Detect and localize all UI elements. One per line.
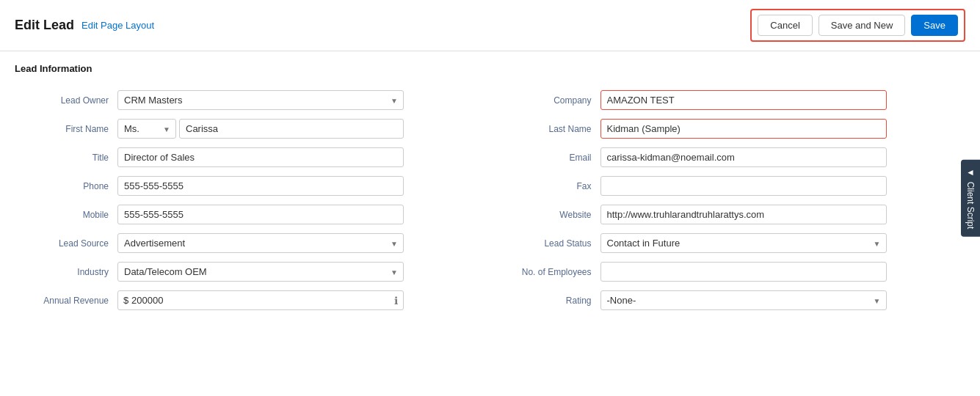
industry-select[interactable]: Data/Telecom OEM Technology Finance	[117, 262, 404, 282]
first-name-input-wrapper	[179, 119, 404, 139]
header-left: Edit Lead Edit Page Layout	[15, 18, 154, 33]
annual-revenue-row: Annual Revenue $ ℹ	[15, 286, 468, 315]
num-employees-row: No. of Employees	[498, 257, 966, 286]
company-label: Company	[498, 95, 600, 106]
annual-revenue-input[interactable]	[117, 290, 404, 310]
client-script-label: Client Script	[965, 182, 976, 230]
title-field	[117, 147, 404, 167]
last-name-input[interactable]	[600, 119, 887, 139]
title-label: Title	[15, 153, 117, 163]
industry-select-wrapper: Data/Telecom OEM Technology Finance ▼	[117, 262, 404, 282]
industry-field: Data/Telecom OEM Technology Finance ▼	[117, 262, 404, 282]
lead-owner-field: CRM Masters ▼	[117, 90, 404, 110]
left-column: Lead Owner CRM Masters ▼ First Name	[15, 86, 490, 315]
lead-source-label: Lead Source	[15, 238, 117, 249]
lead-status-field: Contact in Future Open - Not Contacted W…	[600, 233, 887, 253]
mobile-input[interactable]	[117, 205, 404, 224]
mobile-row: Mobile	[15, 200, 468, 229]
first-name-group: Ms. Mr. Mrs. Dr. Prof. ▼	[117, 119, 404, 139]
lead-source-select-wrapper: Advertisement Web Phone Inquiry ▼	[117, 233, 404, 253]
fax-field	[600, 176, 887, 196]
page-header: Edit Lead Edit Page Layout Cancel Save a…	[0, 0, 980, 51]
website-input[interactable]	[600, 205, 887, 224]
rating-field: -None- Hot Warm Cold ▼	[600, 290, 887, 310]
lead-status-select-wrapper: Contact in Future Open - Not Contacted W…	[600, 233, 887, 253]
mobile-label: Mobile	[15, 210, 117, 220]
fax-label: Fax	[498, 181, 600, 191]
lead-owner-label: Lead Owner	[15, 95, 117, 106]
email-field	[600, 147, 887, 167]
lead-status-row: Lead Status Contact in Future Open - Not…	[498, 229, 966, 257]
website-row: Website	[498, 200, 966, 229]
right-column: Company Last Name Email	[490, 86, 966, 315]
form-grid: Lead Owner CRM Masters ▼ First Name	[15, 86, 965, 315]
phone-field	[117, 176, 404, 196]
cancel-button[interactable]: Cancel	[758, 15, 812, 36]
website-label: Website	[498, 210, 600, 220]
page-title: Edit Lead	[15, 18, 74, 33]
save-button[interactable]: Save	[911, 15, 958, 36]
info-icon[interactable]: ℹ	[394, 295, 398, 307]
annual-revenue-field: $ ℹ	[117, 290, 404, 310]
phone-label: Phone	[15, 181, 117, 191]
industry-label: Industry	[15, 267, 117, 277]
company-row: Company	[498, 86, 966, 114]
fax-row: Fax	[498, 172, 966, 200]
last-name-label: Last Name	[498, 124, 600, 134]
lead-source-select[interactable]: Advertisement Web Phone Inquiry	[117, 233, 404, 253]
company-field	[600, 90, 887, 110]
first-name-label: First Name	[15, 124, 117, 134]
currency-symbol: $	[123, 295, 128, 306]
edit-layout-link[interactable]: Edit Page Layout	[81, 20, 154, 31]
annual-revenue-label: Annual Revenue	[15, 296, 117, 306]
email-input[interactable]	[600, 147, 887, 167]
fax-input[interactable]	[600, 176, 887, 196]
email-row: Email	[498, 143, 966, 172]
industry-row: Industry Data/Telecom OEM Technology Fin…	[15, 257, 468, 286]
phone-row: Phone	[15, 172, 468, 200]
lead-source-row: Lead Source Advertisement Web Phone Inqu…	[15, 229, 468, 257]
last-name-field	[600, 119, 887, 139]
section-title: Lead Information	[15, 63, 965, 74]
mobile-field	[117, 205, 404, 224]
num-employees-label: No. of Employees	[498, 267, 600, 277]
first-name-input[interactable]	[179, 119, 404, 139]
phone-input[interactable]	[117, 176, 404, 196]
rating-row: Rating -None- Hot Warm Cold ▼	[498, 286, 966, 315]
lead-status-select[interactable]: Contact in Future Open - Not Contacted W…	[600, 233, 887, 253]
action-buttons: Cancel Save and New Save	[750, 9, 965, 42]
lead-owner-select-wrapper: CRM Masters ▼	[117, 90, 404, 110]
salutation-wrapper: Ms. Mr. Mrs. Dr. Prof. ▼	[117, 119, 176, 139]
salutation-select[interactable]: Ms. Mr. Mrs. Dr. Prof.	[117, 119, 176, 139]
title-row: Title	[15, 143, 468, 172]
first-name-row: First Name Ms. Mr. Mrs. Dr. Prof. ▼	[15, 114, 468, 143]
num-employees-field	[600, 262, 887, 282]
form-content: Lead Information Lead Owner CRM Masters …	[0, 51, 980, 326]
lead-source-field: Advertisement Web Phone Inquiry ▼	[117, 233, 404, 253]
title-input[interactable]	[117, 147, 404, 167]
currency-wrapper: $ ℹ	[117, 290, 404, 310]
client-script-sidebar[interactable]: ◄ Client Script	[961, 160, 980, 237]
client-script-arrow-icon: ◄	[965, 167, 976, 177]
lead-owner-row: Lead Owner CRM Masters ▼	[15, 86, 468, 114]
last-name-row: Last Name	[498, 114, 966, 143]
rating-label: Rating	[498, 296, 600, 306]
email-label: Email	[498, 153, 600, 163]
save-new-button[interactable]: Save and New	[819, 15, 906, 36]
num-employees-input[interactable]	[600, 262, 887, 282]
lead-owner-select[interactable]: CRM Masters	[117, 90, 404, 110]
company-input[interactable]	[600, 90, 887, 110]
rating-select-wrapper: -None- Hot Warm Cold ▼	[600, 290, 887, 310]
lead-status-label: Lead Status	[498, 238, 600, 249]
rating-select[interactable]: -None- Hot Warm Cold	[600, 290, 887, 310]
website-field	[600, 205, 887, 224]
